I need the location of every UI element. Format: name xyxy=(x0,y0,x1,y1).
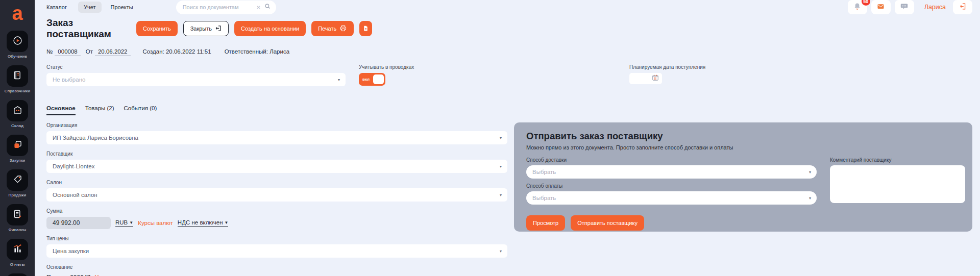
postings-toggle[interactable]: вкл xyxy=(359,73,385,86)
vat-select[interactable]: НДС не включен▼ xyxy=(178,219,229,227)
user-name[interactable]: Лариса xyxy=(924,4,946,11)
supplier-value: Daylight-Liontex xyxy=(53,163,94,169)
envelope-icon xyxy=(876,2,885,13)
sidebar-item-purchases[interactable]: Закупки xyxy=(7,135,28,163)
sidebar-item-warehouse[interactable]: Склад xyxy=(7,100,28,128)
status-select[interactable]: Не выбрано ▾ xyxy=(46,73,346,86)
logout-icon xyxy=(959,3,967,12)
send-panel-title: Отправить заказ поставщику xyxy=(526,131,965,142)
amount-input[interactable]: 49 992.00 xyxy=(46,217,111,229)
play-icon xyxy=(12,35,23,48)
close-button-label: Закрыть xyxy=(190,26,212,32)
chart-icon xyxy=(12,243,23,256)
sidebar-item-finance[interactable]: Финансы xyxy=(7,204,28,232)
organization-label: Организация xyxy=(46,122,507,128)
chevron-down-icon: ▾ xyxy=(500,193,502,197)
basis-label: Основание xyxy=(46,264,507,270)
bell-icon xyxy=(853,2,862,13)
doc-number-field[interactable]: 000008 xyxy=(55,48,80,56)
preview-button[interactable]: Просмотр xyxy=(526,215,565,231)
chevron-down-icon: ▾ xyxy=(338,78,340,82)
sidebar-item-label: Закупки xyxy=(10,158,26,163)
sidebar-item-label: Финансы xyxy=(9,228,27,232)
payment-method-select[interactable]: Выбрать ▾ xyxy=(526,191,817,205)
planned-date-input[interactable] xyxy=(629,73,662,84)
printer-icon xyxy=(339,24,347,33)
export-1c-button[interactable] xyxy=(359,21,372,36)
print-button[interactable]: Печать xyxy=(311,21,354,36)
delivery-method-value: Выбрать xyxy=(532,169,556,175)
toggle-on-label: вкл xyxy=(362,77,370,82)
doc-info-row: № 000008 От 20.06.2022 Создан: 20.06.202… xyxy=(46,48,972,56)
supplier-comment-input[interactable] xyxy=(830,165,965,203)
app-screen: a Обучение Справочники Склад Закупки xyxy=(0,0,980,276)
tab-goods[interactable]: Товары (2) xyxy=(85,105,114,115)
delivery-method-label: Способ доставки xyxy=(526,157,817,163)
postings-label: Учитывать в проводках xyxy=(359,64,512,70)
chevron-down-icon: ▼ xyxy=(129,220,133,225)
finance-icon xyxy=(12,209,23,221)
nav-accounting-active[interactable]: Учет xyxy=(78,2,102,13)
sidebar-item-sales[interactable]: Продажи xyxy=(7,169,28,197)
send-to-supplier-button[interactable]: Отправить поставщику xyxy=(571,215,644,231)
export-doc-icon xyxy=(362,25,369,33)
doc-responsible: Ответственный: Лариса xyxy=(225,48,289,55)
chevron-down-icon: ▾ xyxy=(500,249,502,254)
main-content: Каталог Учет Проекты ✕ 50 xyxy=(35,0,980,276)
purchases-icon xyxy=(12,139,23,152)
organization-select[interactable]: ИП Зайцева Лариса Борисовна ▾ xyxy=(46,131,507,144)
create-from-button[interactable]: Создать на основании xyxy=(234,21,306,36)
search-input[interactable] xyxy=(183,4,257,10)
sidebar-item-label: Отчеты xyxy=(10,262,25,267)
doc-date-field[interactable]: 20.06.2022 xyxy=(95,48,131,56)
chevron-down-icon: ▾ xyxy=(809,196,811,200)
sidebar-item-label: Обучение xyxy=(8,54,27,59)
page-title: Заказ поставщикам xyxy=(46,17,136,40)
search-icon[interactable] xyxy=(264,3,271,12)
sidebar-item-label: Склад xyxy=(11,123,23,128)
chevron-down-icon: ▾ xyxy=(809,170,811,174)
sidebar-item-wazzup[interactable]: WAZZUP xyxy=(7,273,28,276)
doc-date-label: От xyxy=(86,48,93,55)
nav-projects[interactable]: Проекты xyxy=(111,4,133,10)
currency-rates-link[interactable]: Курсы валют xyxy=(138,220,173,226)
currency-select[interactable]: RUB▼ xyxy=(115,219,133,227)
delivery-method-select[interactable]: Выбрать ▾ xyxy=(526,165,817,179)
nav-catalog[interactable]: Каталог xyxy=(46,4,67,10)
clear-search-icon[interactable]: ✕ xyxy=(256,5,260,10)
tab-events[interactable]: События (0) xyxy=(124,105,157,115)
print-button-label: Печать xyxy=(318,26,336,32)
search-box: ✕ xyxy=(176,1,276,14)
salon-label: Салон xyxy=(46,180,507,185)
vat-value: НДС не включен xyxy=(178,219,223,225)
notifications-badge: 50 xyxy=(862,0,870,6)
book-icon xyxy=(12,70,22,83)
logout-button[interactable] xyxy=(953,0,972,14)
supplier-label: Поставщик xyxy=(46,151,507,157)
basis-delete-link[interactable]: Удалить xyxy=(95,274,118,276)
tag-icon xyxy=(12,174,23,187)
supplier-select[interactable]: Daylight-Liontex ▾ xyxy=(46,160,507,173)
amount-label: Сумма xyxy=(46,208,507,214)
payment-method-value: Выбрать xyxy=(532,195,556,201)
chat-button[interactable] xyxy=(895,0,914,14)
sidebar-item-reports[interactable]: Отчеты xyxy=(7,239,28,267)
price-type-value: Цена закупки xyxy=(53,248,89,254)
close-button[interactable]: Закрыть xyxy=(183,21,229,36)
mail-button[interactable] xyxy=(871,0,891,14)
sidebar-item-training[interactable]: Обучение xyxy=(7,31,28,59)
tab-main[interactable]: Основное xyxy=(46,105,76,115)
save-button[interactable]: Сохранить xyxy=(136,21,178,36)
page-header: Заказ поставщикам Сохранить Закрыть Созд… xyxy=(46,17,972,40)
send-panel-subtitle: Можно прямо из этого документа. Просто з… xyxy=(526,144,965,150)
status-row: Статус Не выбрано ▾ Учитывать в проводка… xyxy=(46,64,972,86)
sidebar-item-directories[interactable]: Справочники xyxy=(5,65,31,93)
price-type-select[interactable]: Цена закупки ▾ xyxy=(46,244,507,258)
salon-select[interactable]: Основной салон ▾ xyxy=(46,188,507,202)
sidebar-item-label: Продажи xyxy=(9,193,27,197)
status-label: Статус xyxy=(46,64,346,70)
planned-date-label: Планируемая дата поступления xyxy=(629,64,705,70)
warehouse-icon xyxy=(12,105,23,117)
app-logo[interactable]: a xyxy=(12,3,22,23)
notifications-button[interactable]: 50 xyxy=(848,0,867,14)
